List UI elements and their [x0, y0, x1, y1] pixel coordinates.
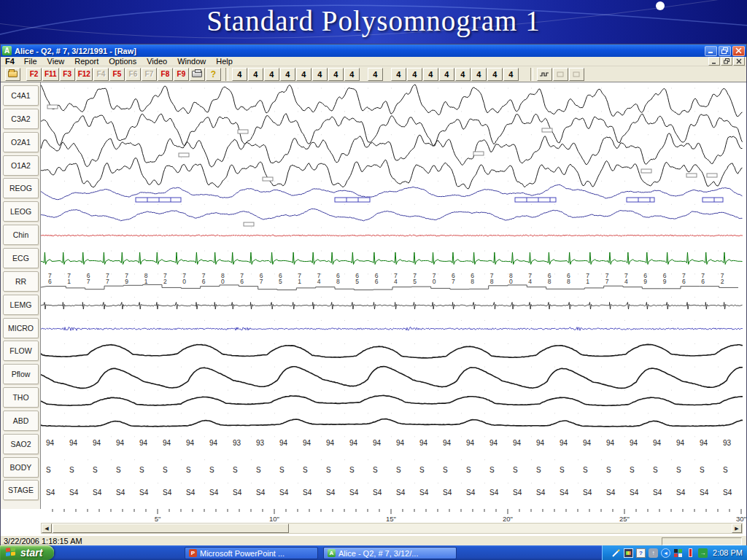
mdi-close-button[interactable]: [733, 57, 745, 66]
channel-label-lemg[interactable]: LEMG: [3, 295, 39, 315]
scrollbar-thumb[interactable]: [53, 524, 289, 533]
fkey-button-f2[interactable]: F2: [26, 68, 42, 81]
channel-label-flow[interactable]: FLOW: [3, 341, 39, 361]
menu-item-video[interactable]: Video: [142, 57, 172, 66]
four-button[interactable]: 4: [471, 68, 487, 81]
menu-item-options[interactable]: Options: [104, 57, 142, 66]
menu-item-help[interactable]: Help: [211, 57, 238, 66]
rr-value: 70: [433, 272, 436, 285]
rr-value: 80: [509, 272, 513, 285]
green-arrow-icon[interactable]: →: [698, 548, 708, 558]
rr-value: 68: [336, 272, 340, 285]
sao2-value: 94: [303, 439, 311, 447]
four-button[interactable]: 4: [264, 68, 279, 81]
restore-button[interactable]: [719, 46, 731, 56]
four-button[interactable]: 4: [503, 68, 519, 81]
fkey-button-f11[interactable]: F11: [42, 68, 59, 81]
body-value: S: [233, 466, 238, 474]
stage-value: S4: [139, 489, 149, 497]
channel-label-o2a1[interactable]: O2A1: [3, 132, 39, 152]
agent-grid-icon[interactable]: [673, 548, 683, 558]
body-value: S: [489, 466, 495, 474]
channel-label-tho[interactable]: THO: [3, 387, 39, 408]
channel-label-leog[interactable]: LEOG: [3, 201, 39, 222]
sao2-value: 94: [560, 439, 568, 447]
open-folder-icon[interactable]: [5, 68, 20, 81]
menu-item-window[interactable]: Window: [172, 57, 211, 66]
stage-value: S4: [326, 489, 336, 497]
four-button[interactable]: 4: [280, 68, 295, 81]
menu-item-view[interactable]: View: [42, 57, 70, 66]
horizontal-scrollbar[interactable]: ◀ ▶: [41, 523, 743, 534]
channel-label-abd[interactable]: ABD: [3, 411, 39, 431]
menu-item-report[interactable]: Report: [69, 57, 104, 66]
windows-flag-icon: [5, 547, 17, 559]
fkey-button-f8[interactable]: F8: [158, 68, 173, 81]
channel-label-pflow[interactable]: Pflow: [3, 364, 39, 384]
four-button[interactable]: 4: [368, 68, 383, 81]
help-icon[interactable]: ?: [206, 68, 221, 81]
scroll-left-arrow[interactable]: ◀: [42, 524, 52, 533]
trace-lemg: [41, 303, 743, 310]
channel-label-stage[interactable]: STAGE: [3, 480, 39, 500]
scroll-right-arrow[interactable]: ▶: [732, 524, 742, 533]
help-icon[interactable]: ?: [636, 548, 646, 558]
collapse-chevron-icon[interactable]: ◄: [661, 548, 670, 558]
fkey-button-f9[interactable]: F9: [174, 68, 189, 81]
print-icon[interactable]: [190, 68, 205, 81]
sao2-value: 93: [256, 439, 265, 447]
channel-label-sao2[interactable]: SAO2: [3, 434, 39, 454]
mdi-system-menu[interactable]: F4: [1, 57, 19, 66]
artifact-marker: [47, 105, 58, 109]
channel-label-c3a2[interactable]: C3A2: [3, 109, 39, 129]
channel-label-ecg[interactable]: ECG: [3, 248, 39, 268]
channel-label-body[interactable]: BODY: [3, 457, 39, 478]
channel-label-micro[interactable]: MICRO: [3, 318, 39, 338]
stage-value: S4: [560, 489, 569, 497]
channel-label-o1a2[interactable]: O1A2: [3, 155, 39, 176]
four-button[interactable]: 4: [487, 68, 503, 81]
four-button[interactable]: 4: [328, 68, 344, 81]
minimize-button[interactable]: [705, 46, 717, 56]
start-button[interactable]: start: [0, 545, 54, 560]
channel-label-rr[interactable]: RR: [3, 271, 39, 292]
close-button[interactable]: [732, 46, 745, 56]
four-button[interactable]: 4: [248, 68, 263, 81]
mdi-minimize-button[interactable]: [708, 57, 720, 66]
four-button-group: 4: [368, 68, 384, 81]
stage-value: S4: [396, 489, 406, 497]
channel-label-chin[interactable]: Chin: [3, 225, 39, 245]
stage-value: S4: [186, 489, 196, 497]
red-bar-icon[interactable]: [686, 548, 695, 558]
fkey-button-f3[interactable]: F3: [60, 68, 75, 81]
four-button[interactable]: 4: [455, 68, 471, 81]
fkey-button-f12[interactable]: F12: [76, 68, 93, 81]
rr-value: 68: [471, 272, 474, 285]
four-button[interactable]: 4: [296, 68, 311, 81]
four-button[interactable]: 4: [423, 68, 438, 81]
app-titlebar[interactable]: A Alice - Q2, # 7, 3/12/1991 - [Raw]: [1, 44, 746, 57]
display-icon[interactable]: [624, 548, 633, 558]
four-button[interactable]: 4: [439, 68, 454, 81]
rr-value: 76: [202, 272, 206, 285]
time-label: 25": [619, 515, 630, 523]
four-button[interactable]: 4: [312, 68, 328, 81]
fkey-button-f5[interactable]: F5: [109, 68, 125, 81]
task-button-2[interactable]: AAlice - Q2, # 7, 3/12/...: [323, 547, 457, 559]
alice-icon: A: [328, 549, 336, 557]
task-button-1[interactable]: PMicrosoft PowerPoint ...: [185, 547, 318, 559]
rr-value: 72: [163, 272, 167, 285]
four-button[interactable]: 4: [391, 68, 406, 81]
four-button[interactable]: 4: [407, 68, 422, 81]
pen-icon[interactable]: [611, 548, 621, 558]
mdi-restore-button[interactable]: [721, 57, 732, 66]
channel-label-c4a1[interactable]: C4A1: [3, 85, 39, 106]
channel-label-reog[interactable]: REOG: [3, 178, 39, 198]
sao2-value: 93: [723, 439, 732, 447]
update-icon[interactable]: ↑: [649, 548, 658, 558]
waveform-mode-icon[interactable]: [537, 68, 552, 81]
powerpoint-icon: P: [189, 549, 197, 557]
menu-item-file[interactable]: File: [19, 57, 42, 66]
four-button[interactable]: 4: [232, 68, 247, 81]
four-button[interactable]: 4: [344, 68, 360, 81]
